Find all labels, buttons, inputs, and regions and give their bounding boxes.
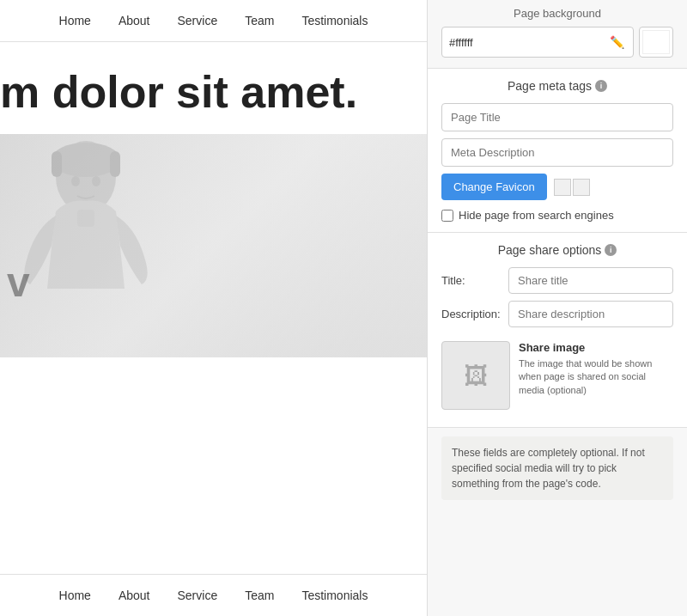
page-share-label: Page share options <box>498 243 602 257</box>
bottom-nav: Home About Service Team Testimonials <box>0 574 427 616</box>
share-description-input[interactable] <box>508 301 673 327</box>
top-nav: Home About Service Team Testimonials <box>0 0 427 42</box>
nav-about[interactable]: About <box>119 14 150 27</box>
nav-team[interactable]: Team <box>245 14 274 27</box>
nav-testimonials[interactable]: Testimonials <box>301 14 368 27</box>
svg-point-5 <box>71 176 80 186</box>
share-title-label: Title: <box>441 274 502 287</box>
bottom-nav-team[interactable]: Team <box>245 589 274 602</box>
page-title-input[interactable] <box>441 103 673 131</box>
hero-v-letter: v <box>7 259 30 306</box>
page-share-options-section: Page share options i Title: Description:… <box>428 233 687 428</box>
color-input-wrapper[interactable]: #ffffff ✏️ <box>441 27 634 58</box>
meta-description-input[interactable] <box>441 138 673 167</box>
favicon-preview <box>554 179 590 196</box>
page-background-section: Page background #ffffff ✏️ <box>428 0 687 69</box>
svg-rect-4 <box>77 210 94 227</box>
share-title-input[interactable] <box>508 267 673 294</box>
hide-search-label: Hide page from search engines <box>459 209 614 222</box>
nav-service[interactable]: Service <box>178 14 218 27</box>
favicon-row: Change Favicon <box>441 174 673 200</box>
favicon-box-2 <box>573 179 590 196</box>
meta-info-icon: i <box>595 80 607 92</box>
bottom-nav-about[interactable]: About <box>119 589 150 602</box>
favicon-box-1 <box>554 179 571 196</box>
share-description-label: Description: <box>441 308 502 320</box>
share-image-title: Share image <box>519 341 673 354</box>
page-meta-tags-section: Page meta tags i Change Favicon Hide pag… <box>428 69 687 233</box>
bottom-nav-testimonials[interactable]: Testimonials <box>301 589 368 602</box>
optional-note: These fields are completely optional. If… <box>441 436 673 500</box>
svg-point-6 <box>92 176 100 186</box>
bottom-nav-home[interactable]: Home <box>59 589 91 602</box>
color-preview-inner <box>642 30 670 54</box>
share-image-section: 🖼 Share image The image that would be sh… <box>441 334 673 417</box>
bottom-nav-service[interactable]: Service <box>178 589 218 602</box>
share-title-row: Title: <box>441 267 673 294</box>
hide-from-search-row: Hide page from search engines <box>441 209 673 222</box>
bg-color-row: #ffffff ✏️ <box>441 27 673 58</box>
image-placeholder-icon: 🖼 <box>464 362 488 390</box>
hide-search-checkbox[interactable] <box>441 210 453 222</box>
eyedropper-button[interactable]: ✏️ <box>608 35 626 49</box>
page-background-label: Page background <box>441 7 673 20</box>
hero-image: v <box>0 134 427 357</box>
page-meta-label: Page meta tags <box>508 79 592 93</box>
page-meta-heading: Page meta tags i <box>441 79 673 93</box>
color-preview-box[interactable] <box>639 27 673 58</box>
share-info-icon: i <box>605 244 617 256</box>
optional-note-text: These fields are completely optional. If… <box>452 445 663 491</box>
svg-rect-2 <box>52 151 62 177</box>
nav-home[interactable]: Home <box>59 14 91 27</box>
color-hex-text: #ffffff <box>449 36 608 49</box>
hero-text: m dolor sit amet. <box>0 42 427 134</box>
share-description-row: Description: <box>441 301 673 327</box>
share-image-info: Share image The image that would be show… <box>519 341 673 410</box>
page-share-heading: Page share options i <box>441 243 673 257</box>
woman-figure <box>0 134 172 357</box>
left-panel: Home About Service Team Testimonials m d… <box>0 0 427 616</box>
share-image-placeholder[interactable]: 🖼 <box>441 341 510 410</box>
change-favicon-button[interactable]: Change Favicon <box>441 174 547 200</box>
svg-rect-3 <box>110 151 120 177</box>
right-panel: Page background #ffffff ✏️ Page meta tag… <box>427 0 687 616</box>
share-image-desc: The image that would be shown when page … <box>519 357 673 397</box>
